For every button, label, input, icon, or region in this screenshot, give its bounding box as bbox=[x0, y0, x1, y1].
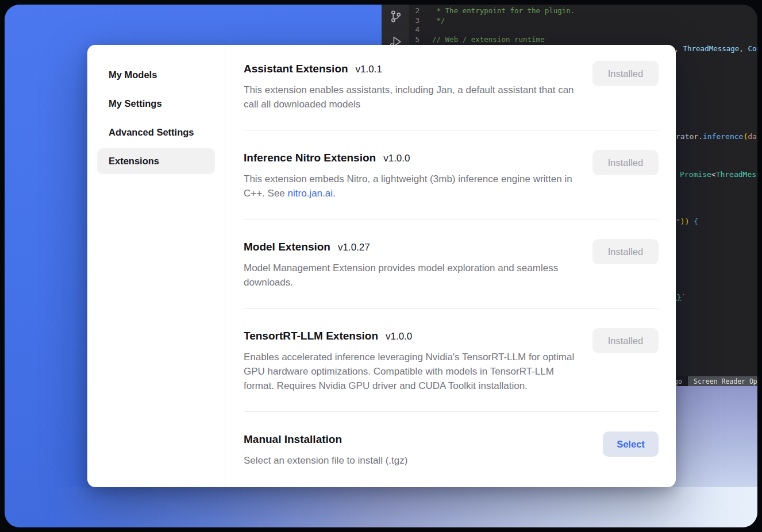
sidebar-item-label: Advanced Settings bbox=[109, 127, 194, 138]
line-number: 2 bbox=[409, 6, 420, 16]
extension-description: Select an extension file to install (.tg… bbox=[244, 453, 582, 468]
nitro-jan-ai-link[interactable]: nitro.jan.ai. bbox=[288, 188, 336, 199]
code-fragment-promise: Promise<ThreadMessage> bbox=[680, 170, 757, 179]
installed-button[interactable]: Installed bbox=[592, 328, 659, 353]
extension-row-model: Model Extension v1.0.27 Model Management… bbox=[244, 219, 659, 309]
sidebar-item-my-settings[interactable]: My Settings bbox=[97, 91, 215, 117]
extension-row-inference-nitro: Inference Nitro Extension v1.0.0 This ex… bbox=[244, 130, 659, 219]
code-text: */ bbox=[432, 16, 445, 26]
installed-button[interactable]: Installed bbox=[592, 239, 659, 264]
settings-modal: My Models My Settings Advanced Settings … bbox=[87, 45, 676, 487]
code-fragment-condition: ")) { bbox=[676, 217, 698, 226]
sidebar-item-extensions[interactable]: Extensions bbox=[97, 148, 215, 174]
code-line: 4 bbox=[409, 25, 757, 35]
code-text: // Web / extension runtime bbox=[432, 35, 545, 45]
sidebar-item-advanced-settings[interactable]: Advanced Settings bbox=[97, 119, 215, 145]
sidebar-item-label: Extensions bbox=[109, 156, 159, 167]
code-text: * The entrypoint for the plugin. bbox=[432, 6, 575, 16]
extension-title: Manual Installation bbox=[244, 433, 342, 446]
extension-description: This extension enables assistants, inclu… bbox=[244, 83, 582, 111]
line-number: 3 bbox=[409, 16, 420, 26]
screen-reader-badge[interactable]: Screen Reader Optimized bbox=[688, 376, 757, 386]
extension-row-tensorrt-llm: TensortRT-LLM Extension v1.0.0 Enables a… bbox=[244, 309, 659, 412]
extension-description: This extension embeds Nitro, a lightweig… bbox=[244, 172, 582, 201]
extension-version: v1.0.27 bbox=[338, 242, 370, 253]
extension-version: v1.0.0 bbox=[386, 331, 412, 342]
extension-title: TensortRT-LLM Extension bbox=[244, 329, 378, 343]
installed-button[interactable]: Installed bbox=[592, 61, 659, 86]
source-control-icon[interactable] bbox=[388, 9, 403, 24]
code-line: 2 * The entrypoint for the plugin. bbox=[409, 6, 757, 16]
lavender-gradient-bottom bbox=[5, 487, 757, 527]
extension-row-manual-installation: Manual Installation Select an extension … bbox=[244, 412, 659, 486]
extension-title: Model Extension bbox=[244, 240, 330, 254]
extension-title: Inference Nitro Extension bbox=[244, 151, 376, 165]
extension-version: v1.0.0 bbox=[383, 153, 410, 164]
sidebar-item-label: My Settings bbox=[109, 98, 162, 109]
line-number: 4 bbox=[409, 25, 420, 35]
extension-description: Enables accelerated inference leveraging… bbox=[244, 350, 582, 393]
code-line: 5 // Web / extension runtime bbox=[409, 35, 757, 45]
code-fragment-inference: rator.inference(data)); bbox=[676, 132, 757, 141]
extension-description: Model Management Extension provides mode… bbox=[244, 261, 582, 290]
code-line: 3 */ bbox=[409, 16, 757, 26]
extension-version: v1.0.1 bbox=[356, 64, 382, 75]
extension-title: Assistant Extension bbox=[244, 62, 348, 76]
line-number: 5 bbox=[409, 35, 420, 45]
sidebar-item-my-models[interactable]: My Models bbox=[97, 62, 215, 88]
sidebar-item-label: My Models bbox=[109, 70, 157, 80]
extension-row-assistant: Assistant Extension v1.0.1 This extensio… bbox=[244, 45, 659, 130]
desktop-window: 2 * The entrypoint for the plugin. 3 */ … bbox=[5, 5, 757, 527]
settings-sidebar: My Models My Settings Advanced Settings … bbox=[87, 45, 225, 487]
installed-button[interactable]: Installed bbox=[592, 150, 659, 175]
select-button[interactable]: Select bbox=[603, 431, 659, 457]
extensions-list: Assistant Extension v1.0.1 This extensio… bbox=[225, 45, 676, 487]
